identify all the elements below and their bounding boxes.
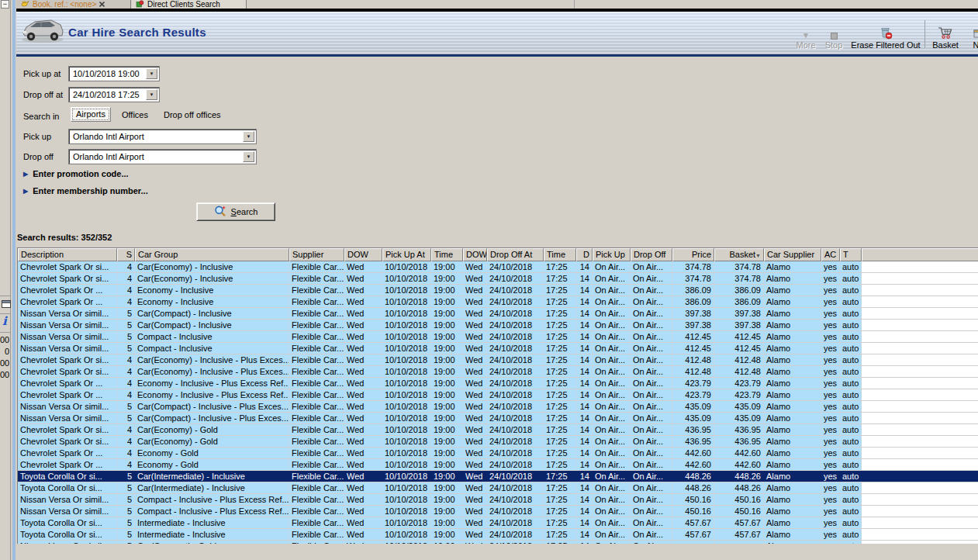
column-header-ac[interactable]: AC (821, 248, 840, 261)
column-header-car_group[interactable]: Car Group (135, 248, 289, 261)
table-row[interactable]: Nissan Versa Or simil...5Car(Compact) - … (18, 413, 978, 424)
search-button[interactable]: Search (196, 202, 275, 221)
cell-filler (862, 273, 978, 284)
cell-dropoff_loc: On Air... (631, 517, 672, 528)
table-row[interactable]: Nissan Versa Or simil...5Compact - Inclu… (18, 494, 978, 506)
more-button[interactable]: ▼ More (793, 19, 819, 50)
restore-window-icon[interactable] (1, 298, 11, 310)
column-header-dow2[interactable]: DOW (463, 248, 487, 261)
column-header-pickup_loc[interactable]: Pick Up (593, 248, 631, 261)
cell-pickup_loc: On Air... (593, 331, 631, 342)
net-icon (973, 24, 978, 40)
cell-s: 5 (117, 308, 135, 319)
tab-direct-clients-search[interactable]: Direct Clients Search (132, 0, 247, 9)
erase-filtered-out-button[interactable]: Erase Filtered Out (848, 19, 923, 50)
search-in-offices[interactable]: Offices (117, 109, 153, 122)
cell-dropoff_loc: On Air... (631, 308, 672, 319)
drop-off-location-select[interactable]: Orlando Intl Airport ▼ (68, 149, 257, 164)
column-header-time1[interactable]: Time (431, 248, 463, 261)
panel-splitter[interactable] (12, 0, 16, 560)
table-row[interactable]: Chevrolet Spark Or ...4Economy - Inclusi… (18, 378, 978, 389)
column-header-dow1[interactable]: DOW (344, 248, 382, 261)
pick-up-location-select[interactable]: Orlando Intl Airport ▼ (68, 129, 257, 144)
column-header-pickup_date[interactable]: Pick Up At (382, 248, 431, 261)
drop-off-at-select[interactable]: 24/10/2018 17:25 ▼ (68, 87, 160, 102)
chevron-right-icon: ▶ (23, 171, 28, 178)
table-row[interactable]: Chevrolet Spark Or si...4Car(Economy) - … (18, 261, 978, 273)
cell-dropoff_loc: On Air... (631, 459, 672, 470)
close-icon[interactable] (99, 0, 105, 9)
table-row[interactable]: Chevrolet Spark Or ...4Economy - Inclusi… (18, 285, 978, 296)
collapse-panel-button[interactable]: − (1, 0, 9, 9)
tab-book-ref[interactable]: Book. ref.: <none> (16, 0, 131, 9)
cell-car_group: Compact - Inclusive - Plus Excess Ref... (135, 494, 289, 505)
promotion-code-expander[interactable]: ▶ Enter promotion code... (23, 169, 129, 178)
net-button[interactable]: Net (962, 19, 978, 50)
search-in-airports[interactable]: Airports (71, 107, 111, 122)
table-row[interactable]: Nissan Versa Or simil...5Car(Compact) - … (18, 541, 978, 544)
table-row[interactable]: Nissan Versa Or simil...5Car(Compact) - … (18, 401, 978, 413)
cell-pickup_loc: On Air... (593, 285, 631, 296)
table-row[interactable]: Nissan Versa Or simil...5Compact - Inclu… (18, 331, 978, 343)
search-in-drop-off-offices[interactable]: Drop off offices (159, 109, 226, 122)
pick-up-at-label: Pick up at (23, 69, 60, 78)
table-row[interactable]: Toyota Corolla Or si...5Car(Intermediate… (18, 482, 978, 494)
cell-time1: 19:00 (431, 424, 463, 435)
column-header-car_supplier[interactable]: Car Supplier (764, 248, 821, 261)
chevron-down-icon[interactable]: ▼ (146, 68, 157, 79)
column-header-supplier[interactable]: Supplier (289, 248, 344, 261)
table-row[interactable]: Chevrolet Spark Or ...4Economy - Inclusi… (18, 296, 978, 308)
cell-t: auto (840, 261, 862, 272)
pick-up-at-select[interactable]: 10/10/2018 19:00 ▼ (68, 66, 160, 81)
table-row[interactable]: Nissan Versa Or simil...5Compact - Inclu… (18, 506, 978, 517)
membership-number-expander[interactable]: ▶ Enter membership number... (23, 186, 148, 195)
column-header-d[interactable]: D (576, 248, 593, 261)
cell-price: 423.79 (672, 389, 714, 400)
cell-description: Chevrolet Spark Or ... (18, 448, 117, 458)
cell-time2: 17:25 (544, 413, 576, 423)
table-row[interactable]: Toyota Corolla Or si...5Intermediate - I… (18, 529, 978, 541)
column-header-price[interactable]: Price (672, 248, 714, 261)
column-header-dropoff_date[interactable]: Drop Off At (487, 248, 544, 261)
table-row[interactable]: Chevrolet Spark Or si...4Car(Economy) - … (18, 273, 978, 285)
cell-ac: yes (821, 273, 840, 284)
cell-pickup_date: 10/10/2018 (382, 308, 431, 319)
column-header-time2[interactable]: Time (544, 248, 576, 261)
table-row[interactable]: Nissan Versa Or simil...5Car(Compact) - … (18, 308, 978, 320)
column-header-s[interactable]: S (117, 248, 135, 261)
chevron-down-icon[interactable]: ▼ (243, 151, 254, 162)
cell-dropoff_date: 24/10/2018 (487, 413, 544, 423)
table-row[interactable]: Chevrolet Spark Or ...4Economy - GoldFle… (18, 448, 978, 459)
cell-basket: 423.79 (714, 389, 764, 400)
column-header-basket[interactable]: Basket▼ (714, 248, 764, 261)
cell-time1: 19:00 (431, 517, 463, 528)
stop-button[interactable]: Stop (821, 19, 847, 50)
cell-dropoff_date: 24/10/2018 (487, 343, 544, 354)
basket-button[interactable]: Basket (928, 19, 962, 50)
table-row[interactable]: Toyota Corolla Or si...5Intermediate - I… (18, 517, 978, 529)
chevron-down-icon[interactable]: ▼ (146, 89, 157, 100)
table-row[interactable]: Toyota Corolla Or si...5Car(Intermediate… (18, 471, 978, 482)
table-row[interactable]: Chevrolet Spark Or ...4Economy - Inclusi… (18, 389, 978, 401)
cell-dropoff_loc: On Air... (631, 343, 672, 354)
table-row[interactable]: Chevrolet Spark Or ...4Economy - GoldFle… (18, 459, 978, 471)
cell-supplier: Flexible Car... (289, 296, 344, 307)
cell-supplier: Flexible Car... (289, 389, 344, 400)
table-row[interactable]: Chevrolet Spark Or si...4Car(Economy) - … (18, 354, 978, 366)
table-row[interactable]: Chevrolet Spark Or si...4Car(Economy) - … (18, 366, 978, 378)
table-row[interactable]: Nissan Versa Or simil...5Car(Compact) - … (18, 320, 978, 331)
cell-filler (862, 529, 978, 540)
table-row[interactable]: Chevrolet Spark Or si...4Car(Economy) - … (18, 424, 978, 436)
chevron-down-icon[interactable]: ▼ (243, 131, 254, 142)
table-row[interactable]: Nissan Versa Or simil...5Compact - Inclu… (18, 343, 978, 354)
table-row[interactable]: Chevrolet Spark Or si...4Car(Economy) - … (18, 436, 978, 448)
column-header-dropoff_loc[interactable]: Drop Off (631, 248, 672, 261)
column-header-t[interactable]: T (840, 248, 862, 261)
cell-time2: 17:25 (544, 401, 576, 412)
cell-dow2: Wed (463, 424, 487, 435)
column-header-filler[interactable] (862, 248, 978, 261)
cell-dropoff_loc: On Air... (631, 471, 672, 482)
column-header-description[interactable]: Description (18, 248, 117, 261)
cell-dropoff_loc: On Air... (631, 506, 672, 517)
cell-pickup_loc: On Air... (593, 296, 631, 307)
